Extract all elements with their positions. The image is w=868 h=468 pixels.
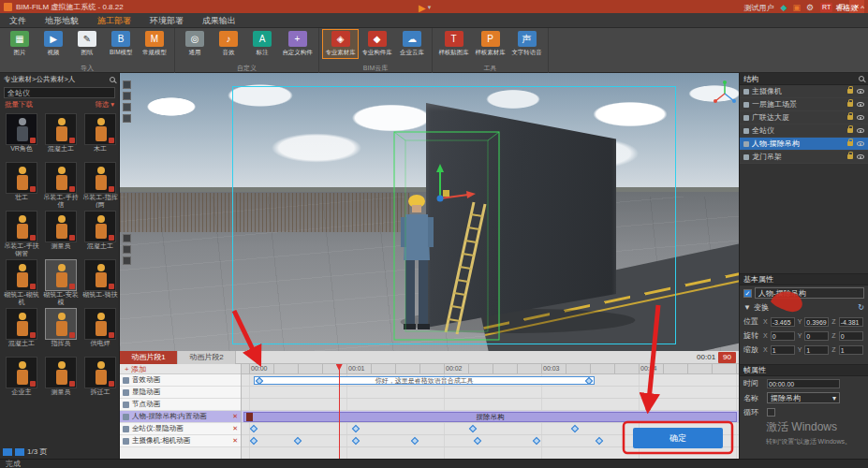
- library-search-input[interactable]: 全站仪: [4, 87, 115, 98]
- value-z-field[interactable]: 0: [839, 331, 863, 341]
- library-item[interactable]: 砌筑工-安装模: [42, 259, 80, 305]
- keyframe-diamond[interactable]: [533, 437, 540, 445]
- library-item[interactable]: 吊装工-手扶钢管: [3, 211, 40, 256]
- animation-clip-tab[interactable]: 动画片段2: [178, 351, 236, 364]
- marquee-tool-icon[interactable]: [123, 234, 131, 242]
- ribbon-tool[interactable]: T样板贴图库: [436, 30, 471, 58]
- play-dropdown-icon[interactable]: ▾: [428, 4, 432, 11]
- scene-tree-item[interactable]: 主摄像机: [740, 85, 868, 98]
- library-item[interactable]: 测量员: [42, 211, 80, 256]
- character-thumbnail[interactable]: [84, 259, 116, 291]
- character-thumbnail[interactable]: [45, 259, 77, 291]
- library-item[interactable]: 拆迁工: [81, 357, 119, 402]
- character-thumbnail[interactable]: [84, 162, 116, 194]
- character-thumbnail[interactable]: [6, 211, 37, 242]
- scene-tree-item[interactable]: 一层施工场景: [740, 98, 868, 111]
- library-item[interactable]: VR角色: [3, 113, 40, 159]
- rotate-tool-icon[interactable]: [123, 103, 131, 111]
- value-y-field[interactable]: 1: [804, 345, 829, 355]
- loop-checkbox[interactable]: [767, 408, 775, 417]
- lock-icon[interactable]: [847, 102, 853, 107]
- value-y-field[interactable]: 0.3969: [804, 317, 829, 327]
- clip-start-marker[interactable]: [246, 413, 253, 421]
- library-item[interactable]: 测量员: [42, 357, 80, 402]
- node-track[interactable]: [242, 399, 739, 411]
- character-thumbnail[interactable]: [6, 113, 37, 145]
- character-thumbnail[interactable]: [6, 308, 37, 340]
- menu-item[interactable]: 施工部署: [88, 13, 140, 28]
- value-z-field[interactable]: -4.381: [839, 317, 863, 327]
- character-thumbnail[interactable]: [45, 162, 77, 194]
- library-item[interactable]: 壮工: [3, 162, 40, 208]
- filter-sort-dropdown[interactable]: 筛选 ▾: [95, 100, 114, 110]
- select-tool-icon[interactable]: [123, 80, 131, 89]
- keyframe-diamond[interactable]: [571, 425, 579, 432]
- library-item[interactable]: 砌筑工-骑扶: [81, 259, 119, 305]
- breadcrumb[interactable]: 专业素材>公共素材>人: [4, 75, 75, 84]
- pager-next-button[interactable]: [15, 448, 24, 456]
- transform-section-header[interactable]: ▼ 变换 ↻: [740, 300, 868, 314]
- lock-icon[interactable]: [847, 141, 853, 146]
- animation-clip-bar[interactable]: 摆除吊构: [243, 412, 737, 422]
- keyframe-diamond[interactable]: [474, 437, 481, 445]
- audio-keyframe-diamond[interactable]: [256, 376, 263, 384]
- track-name-row[interactable]: 人物-摆除吊构:内置动画: [120, 411, 241, 423]
- character-thumbnail[interactable]: [84, 211, 116, 242]
- ribbon-tool[interactable]: ◆专业构件库: [360, 30, 394, 58]
- track-name-row[interactable]: 节点动画: [120, 399, 241, 411]
- keyframe-diamond[interactable]: [352, 437, 360, 445]
- menubar-icon[interactable]: ⚙: [806, 0, 814, 15]
- menubar-icon[interactable]: ▣: [792, 0, 801, 15]
- visibility-eye-icon[interactable]: [857, 141, 864, 146]
- menubar-icon[interactable]: ◆: [781, 0, 787, 15]
- menu-item[interactable]: 环境部署: [140, 13, 193, 28]
- move-tool-icon[interactable]: [123, 92, 131, 100]
- library-item[interactable]: 混凝土工: [3, 308, 40, 354]
- ribbon-tool[interactable]: ◎通用: [179, 30, 211, 58]
- lock-icon[interactable]: [847, 89, 853, 94]
- library-item[interactable]: 木工: [81, 113, 119, 159]
- character-thumbnail[interactable]: [6, 259, 37, 291]
- collapse-icon[interactable]: ▼: [743, 303, 751, 312]
- scene-tree-item[interactable]: 广联达大厦: [740, 111, 868, 124]
- character-thumbnail[interactable]: [6, 357, 37, 388]
- ribbon-tool[interactable]: ✎图纸: [71, 30, 103, 58]
- ribbon-tool[interactable]: BBIM模型: [105, 30, 137, 58]
- track-name-row[interactable]: 主摄像机:相机动画: [120, 435, 241, 447]
- character-thumbnail[interactable]: [6, 162, 37, 194]
- visibility-track[interactable]: [242, 387, 739, 399]
- scale-tool-icon[interactable]: [123, 114, 131, 123]
- visibility-eye-icon[interactable]: [857, 89, 864, 94]
- visibility-eye-icon[interactable]: [857, 102, 864, 107]
- ribbon-tool[interactable]: ▶视频: [37, 30, 69, 58]
- scene-tree-item[interactable]: 人物-摆除吊构: [740, 138, 868, 151]
- ribbon-tool[interactable]: +自定义构件: [280, 30, 315, 58]
- ribbon-tool[interactable]: M常规模型: [139, 30, 170, 58]
- ribbon-tool[interactable]: ▦图片: [4, 30, 36, 58]
- visibility-eye-icon[interactable]: [857, 128, 864, 133]
- time-ruler[interactable]: 00:0000:0100:0200:0300:04: [242, 364, 739, 374]
- filter-download-label[interactable]: 批量下载: [5, 100, 33, 110]
- frame-time-field[interactable]: 00:00.00: [767, 379, 840, 388]
- visibility-eye-icon[interactable]: [857, 154, 864, 159]
- scene-tree-item[interactable]: 全站仪: [740, 124, 868, 138]
- frame-name-dropdown[interactable]: 摆除吊构 ▾: [767, 392, 840, 403]
- track-name-row[interactable]: 全站仪:显隐动画: [120, 423, 241, 435]
- camera-tool-icon[interactable]: [123, 256, 131, 265]
- keyframe-diamond[interactable]: [250, 425, 257, 432]
- object-name-field[interactable]: 人物-摆除吊构: [755, 287, 864, 299]
- value-y-field[interactable]: 0: [804, 331, 829, 341]
- value-x-field[interactable]: 0: [771, 331, 795, 341]
- audio-track[interactable]: 你好，这里是睿格致语音合成工具: [242, 374, 739, 387]
- object-enabled-checkbox[interactable]: ✓: [743, 289, 752, 298]
- character-animation-track[interactable]: 摆除吊构: [242, 411, 739, 423]
- confirm-button[interactable]: 确定: [633, 428, 723, 448]
- value-x-field[interactable]: 1: [771, 345, 795, 355]
- keyframe-diamond[interactable]: [352, 425, 360, 432]
- brand-collapse-icon[interactable]: ^: [861, 4, 864, 12]
- character-thumbnail[interactable]: [45, 211, 77, 242]
- reset-transform-icon[interactable]: ↻: [858, 303, 864, 312]
- ribbon-tool[interactable]: A标注: [246, 30, 278, 58]
- keyframe-diamond[interactable]: [411, 437, 419, 445]
- library-item[interactable]: 吊装工-手持信: [42, 162, 80, 208]
